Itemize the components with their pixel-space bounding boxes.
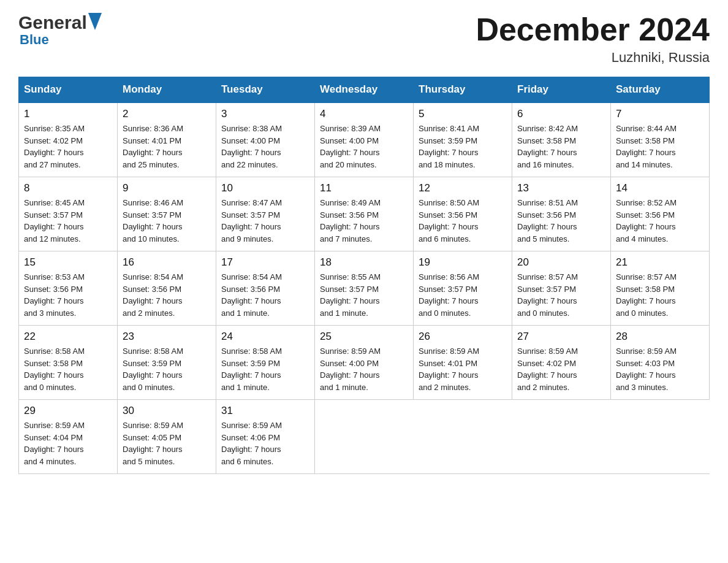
day-number: 5 [419, 108, 507, 120]
calendar-cell: 13Sunrise: 8:51 AMSunset: 3:56 PMDayligh… [512, 177, 611, 251]
day-info: Sunrise: 8:38 AMSunset: 4:00 PMDaylight:… [221, 123, 309, 170]
calendar-cell: 20Sunrise: 8:57 AMSunset: 3:57 PMDayligh… [512, 251, 611, 326]
day-info: Sunrise: 8:47 AMSunset: 3:57 PMDaylight:… [221, 197, 309, 245]
day-number: 28 [616, 331, 704, 343]
day-number: 2 [123, 108, 211, 120]
day-number: 12 [419, 182, 507, 194]
calendar-cell: 29Sunrise: 8:59 AMSunset: 4:04 PMDayligh… [19, 400, 118, 474]
day-info: Sunrise: 8:54 AMSunset: 3:56 PMDaylight:… [221, 271, 309, 319]
day-number: 14 [616, 182, 704, 194]
day-info: Sunrise: 8:51 AMSunset: 3:56 PMDaylight:… [517, 197, 605, 245]
day-number: 15 [24, 256, 112, 269]
day-info: Sunrise: 8:52 AMSunset: 3:56 PMDaylight:… [616, 197, 704, 245]
day-info: Sunrise: 8:41 AMSunset: 3:59 PMDaylight:… [419, 123, 507, 170]
day-number: 13 [517, 182, 605, 194]
day-info: Sunrise: 8:44 AMSunset: 3:58 PMDaylight:… [616, 123, 704, 170]
day-info: Sunrise: 8:56 AMSunset: 3:57 PMDaylight:… [419, 271, 507, 319]
header-day-sunday: Sunday [19, 77, 118, 103]
day-info: Sunrise: 8:45 AMSunset: 3:57 PMDaylight:… [24, 197, 112, 245]
day-number: 27 [517, 331, 605, 343]
calendar-cell: 5Sunrise: 8:41 AMSunset: 3:59 PMDaylight… [414, 102, 512, 177]
calendar-cell: 2Sunrise: 8:36 AMSunset: 4:01 PMDaylight… [118, 102, 216, 177]
day-info: Sunrise: 8:58 AMSunset: 3:59 PMDaylight:… [221, 345, 309, 393]
calendar-cell: 31Sunrise: 8:59 AMSunset: 4:06 PMDayligh… [216, 400, 315, 474]
day-info: Sunrise: 8:39 AMSunset: 4:00 PMDaylight:… [320, 123, 408, 170]
calendar-cell: 21Sunrise: 8:57 AMSunset: 3:58 PMDayligh… [611, 251, 710, 326]
day-number: 22 [24, 331, 112, 343]
day-number: 26 [419, 331, 507, 343]
day-number: 6 [517, 108, 605, 120]
day-info: Sunrise: 8:50 AMSunset: 3:56 PMDaylight:… [419, 197, 507, 245]
day-number: 30 [123, 405, 211, 417]
header-day-thursday: Thursday [414, 77, 512, 103]
day-info: Sunrise: 8:59 AMSunset: 4:00 PMDaylight:… [320, 345, 408, 393]
page-header: General Blue December 2024 Luzhniki, Rus… [18, 12, 710, 66]
calendar-cell: 22Sunrise: 8:58 AMSunset: 3:58 PMDayligh… [19, 326, 118, 400]
day-info: Sunrise: 8:59 AMSunset: 4:02 PMDaylight:… [517, 345, 605, 393]
day-info: Sunrise: 8:49 AMSunset: 3:56 PMDaylight:… [320, 197, 408, 245]
calendar-cell: 18Sunrise: 8:55 AMSunset: 3:57 PMDayligh… [315, 251, 414, 326]
day-number: 7 [616, 108, 704, 120]
day-info: Sunrise: 8:59 AMSunset: 4:01 PMDaylight:… [419, 345, 507, 393]
calendar-week-row: 22Sunrise: 8:58 AMSunset: 3:58 PMDayligh… [19, 326, 710, 400]
day-number: 31 [221, 405, 309, 417]
title-block: December 2024 Luzhniki, Russia [476, 12, 710, 66]
calendar-cell: 14Sunrise: 8:52 AMSunset: 3:56 PMDayligh… [611, 177, 710, 251]
header-day-tuesday: Tuesday [216, 77, 315, 103]
day-number: 21 [616, 256, 704, 269]
day-number: 19 [419, 256, 507, 269]
calendar-cell [315, 400, 414, 474]
day-info: Sunrise: 8:58 AMSunset: 3:58 PMDaylight:… [24, 345, 112, 393]
header-day-wednesday: Wednesday [315, 77, 414, 103]
calendar-cell: 15Sunrise: 8:53 AMSunset: 3:56 PMDayligh… [19, 251, 118, 326]
day-number: 9 [123, 182, 211, 194]
calendar-cell: 25Sunrise: 8:59 AMSunset: 4:00 PMDayligh… [315, 326, 414, 400]
day-info: Sunrise: 8:59 AMSunset: 4:04 PMDaylight:… [24, 419, 112, 467]
day-info: Sunrise: 8:59 AMSunset: 4:05 PMDaylight:… [123, 419, 211, 467]
calendar-cell [611, 400, 710, 474]
calendar-cell: 30Sunrise: 8:59 AMSunset: 4:05 PMDayligh… [118, 400, 216, 474]
calendar-cell: 16Sunrise: 8:54 AMSunset: 3:56 PMDayligh… [118, 251, 216, 326]
calendar-cell: 7Sunrise: 8:44 AMSunset: 3:58 PMDaylight… [611, 102, 710, 177]
day-info: Sunrise: 8:58 AMSunset: 3:59 PMDaylight:… [123, 345, 211, 393]
day-number: 24 [221, 331, 309, 343]
day-number: 23 [123, 331, 211, 343]
header-day-friday: Friday [512, 77, 611, 103]
calendar-cell: 11Sunrise: 8:49 AMSunset: 3:56 PMDayligh… [315, 177, 414, 251]
calendar-cell: 10Sunrise: 8:47 AMSunset: 3:57 PMDayligh… [216, 177, 315, 251]
calendar-cell: 1Sunrise: 8:35 AMSunset: 4:02 PMDaylight… [19, 102, 118, 177]
day-info: Sunrise: 8:55 AMSunset: 3:57 PMDaylight:… [320, 271, 408, 319]
day-info: Sunrise: 8:59 AMSunset: 4:06 PMDaylight:… [221, 419, 309, 467]
day-number: 16 [123, 256, 211, 269]
logo-general-text: General [18, 12, 87, 33]
day-number: 17 [221, 256, 309, 269]
calendar-week-row: 15Sunrise: 8:53 AMSunset: 3:56 PMDayligh… [19, 251, 710, 326]
calendar-cell: 24Sunrise: 8:58 AMSunset: 3:59 PMDayligh… [216, 326, 315, 400]
day-number: 20 [517, 256, 605, 269]
day-info: Sunrise: 8:42 AMSunset: 3:58 PMDaylight:… [517, 123, 605, 170]
calendar-cell: 9Sunrise: 8:46 AMSunset: 3:57 PMDaylight… [118, 177, 216, 251]
header-day-saturday: Saturday [611, 77, 710, 103]
calendar-cell: 6Sunrise: 8:42 AMSunset: 3:58 PMDaylight… [512, 102, 611, 177]
day-number: 4 [320, 108, 408, 120]
calendar-cell: 3Sunrise: 8:38 AMSunset: 4:00 PMDaylight… [216, 102, 315, 177]
day-number: 11 [320, 182, 408, 194]
calendar-cell: 17Sunrise: 8:54 AMSunset: 3:56 PMDayligh… [216, 251, 315, 326]
day-number: 18 [320, 256, 408, 269]
day-info: Sunrise: 8:57 AMSunset: 3:58 PMDaylight:… [616, 271, 704, 319]
calendar-cell [414, 400, 512, 474]
calendar-cell: 12Sunrise: 8:50 AMSunset: 3:56 PMDayligh… [414, 177, 512, 251]
calendar-cell: 8Sunrise: 8:45 AMSunset: 3:57 PMDaylight… [19, 177, 118, 251]
day-info: Sunrise: 8:53 AMSunset: 3:56 PMDaylight:… [24, 271, 112, 319]
day-number: 1 [24, 108, 112, 120]
calendar-cell: 26Sunrise: 8:59 AMSunset: 4:01 PMDayligh… [414, 326, 512, 400]
header-day-monday: Monday [118, 77, 216, 103]
logo: General Blue [18, 12, 102, 48]
day-number: 25 [320, 331, 408, 343]
logo-arrow-icon [88, 13, 102, 33]
calendar-cell: 4Sunrise: 8:39 AMSunset: 4:00 PMDaylight… [315, 102, 414, 177]
day-number: 3 [221, 108, 309, 120]
day-info: Sunrise: 8:46 AMSunset: 3:57 PMDaylight:… [123, 197, 211, 245]
day-info: Sunrise: 8:35 AMSunset: 4:02 PMDaylight:… [24, 123, 112, 170]
day-number: 10 [221, 182, 309, 194]
